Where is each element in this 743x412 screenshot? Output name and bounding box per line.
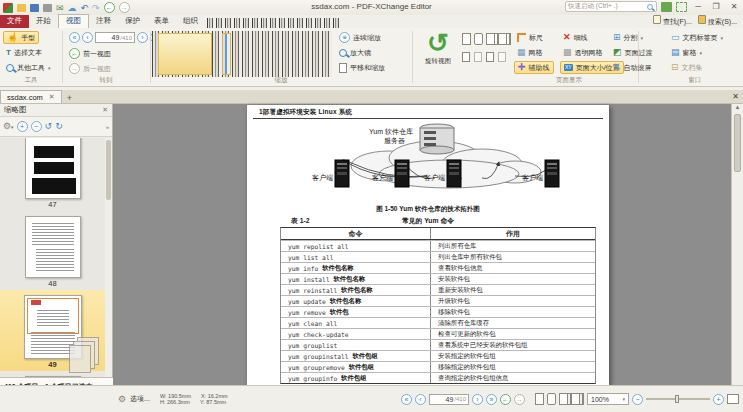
loupe-button[interactable]: 放大镜 xyxy=(336,46,374,59)
continuous-page-icon[interactable] xyxy=(474,33,483,45)
sb-first-page-icon[interactable]: « xyxy=(401,394,412,405)
fullscreen-icon[interactable] xyxy=(676,2,687,12)
page-number-input[interactable]: 49/410 xyxy=(95,32,135,43)
thumb-zoom-in-icon[interactable]: + xyxy=(17,121,28,132)
guides-toggle[interactable]: ✛ 辅助线 xyxy=(514,61,554,74)
cloud-icon[interactable]: ☁ xyxy=(68,3,77,13)
two-up-icon[interactable] xyxy=(486,33,495,45)
yum-command-table: 命令 作用 yum repolist all列出所有仓库yum list all… xyxy=(280,227,596,384)
tab-organize[interactable]: 组织 xyxy=(176,15,205,28)
status-options-button[interactable]: 选项... xyxy=(130,394,150,404)
layout-extra-3-icon[interactable] xyxy=(486,52,494,62)
zoom-slider[interactable] xyxy=(646,398,710,400)
sb-two-up-icon[interactable] xyxy=(559,393,568,405)
wireframe-toggle[interactable]: ✕ 细线 xyxy=(560,31,591,44)
zoom-out-icon[interactable]: − xyxy=(632,394,643,405)
sb-prev-page-icon[interactable]: ‹ xyxy=(415,394,426,405)
document-tab[interactable]: ssdax.com ✕ xyxy=(0,90,62,103)
transparent-grid-toggle[interactable]: ▩ 透明网格 xyxy=(560,46,606,59)
panel-options-icon[interactable]: ⚙▾ xyxy=(3,122,14,132)
print-icon[interactable] xyxy=(43,4,52,12)
layout-extra-2-icon[interactable] xyxy=(474,52,482,62)
search-button[interactable]: 搜索(S)... xyxy=(698,15,737,27)
zoom-in-icon[interactable]: + xyxy=(713,394,724,405)
tab-home[interactable]: 开始 xyxy=(29,15,58,28)
next-view-button[interactable]: → 后一视图 xyxy=(66,62,114,75)
new-tab-button[interactable]: + xyxy=(62,93,77,103)
tab-view[interactable]: 视图 xyxy=(58,14,89,28)
two-up-continuous-icon[interactable] xyxy=(498,33,507,45)
quick-launch-input[interactable]: 快速启动 (Ctrl+ .) xyxy=(565,1,657,12)
table-row: yum groupinstall 软件包组安装指定的软件包组 xyxy=(281,350,595,361)
thumbnail-list[interactable]: 47 48 49 xyxy=(0,138,105,377)
sb-next-page-icon[interactable]: › xyxy=(472,394,483,405)
layout-extra-4-icon[interactable] xyxy=(498,52,506,62)
split-button[interactable]: ⊞ 分割▾ xyxy=(610,31,646,44)
minimize-button[interactable]: ─ xyxy=(691,2,705,11)
rotate-ccw-icon[interactable]: ↺ xyxy=(45,122,53,131)
find-button[interactable]: 查找(F)... xyxy=(653,15,692,27)
page-transitions-button[interactable]: ◩ 页面过渡 xyxy=(610,46,656,59)
tab-comment[interactable]: 注释 xyxy=(89,15,118,28)
scrollbar-thumb[interactable] xyxy=(734,114,741,172)
document-scrollbar[interactable]: ▲ xyxy=(731,104,743,385)
ruler-toggle[interactable]: 标尺 xyxy=(514,31,546,44)
select-text-button[interactable]: T 选择文本 xyxy=(3,46,45,59)
thumb-zoom-out-icon[interactable]: − xyxy=(31,121,42,132)
panes-button[interactable]: ▤ 窗格▾ xyxy=(668,46,705,59)
save-icon[interactable] xyxy=(30,4,39,12)
ruler-icon xyxy=(517,33,526,42)
undo-icon[interactable]: ↶ xyxy=(81,3,89,13)
sb-continuous-icon[interactable] xyxy=(547,393,556,405)
app-icon[interactable] xyxy=(3,3,13,13)
thumbnail-item[interactable]: 47 xyxy=(0,138,105,211)
strip-close-icon[interactable]: ✕ xyxy=(732,92,739,101)
rotate-cw-icon[interactable]: ↻ xyxy=(55,122,63,131)
open-folder-icon[interactable] xyxy=(17,4,26,12)
close-button[interactable]: ✕ xyxy=(727,2,741,11)
panel-overflow-icon[interactable]: » xyxy=(106,124,109,130)
hand-tool-button[interactable]: ☝ 手型 xyxy=(3,31,39,44)
fit-page-icon[interactable] xyxy=(727,394,739,404)
grid-icon: ▦ xyxy=(517,48,526,57)
tab-protect[interactable]: 保护 xyxy=(118,15,147,28)
zoom-level-select[interactable]: 100%▾ xyxy=(587,393,629,405)
tab-form[interactable]: 表单 xyxy=(147,15,176,28)
sb-last-page-icon[interactable]: » xyxy=(486,394,497,405)
rotate-view-button[interactable]: ↺ 旋转视图 xyxy=(416,30,460,66)
sb-two-up-continuous-icon[interactable] xyxy=(571,393,580,405)
email-icon[interactable]: ✉ xyxy=(56,3,64,13)
first-page-icon[interactable]: « xyxy=(69,32,80,43)
scroll-up-icon[interactable]: ▲ xyxy=(732,104,743,110)
sb-next-view-icon[interactable]: → xyxy=(514,394,525,405)
document-tabs-button[interactable]: ▭ 文档标签页▾ xyxy=(668,31,726,44)
maximize-button[interactable]: ❐ xyxy=(709,2,723,11)
redo-icon[interactable]: ↷ xyxy=(92,3,100,13)
single-page-icon[interactable] xyxy=(462,33,471,45)
history-back-icon[interactable]: ← xyxy=(104,2,115,13)
plugin-icon[interactable] xyxy=(661,2,672,12)
pdf-page[interactable]: 1部署虚拟环境安装 Linux 系统 Yum 软件仓库 服务器 xyxy=(247,105,609,385)
continuous-zoom-button[interactable]: ⊕ 连续缩放 xyxy=(336,31,384,44)
panel-scrollbar[interactable] xyxy=(105,138,112,377)
previous-view-button[interactable]: ← 前一视图 xyxy=(66,47,114,60)
layout-extra-1-icon[interactable] xyxy=(462,52,470,62)
sb-prev-view-icon[interactable]: ← xyxy=(500,394,511,405)
tab-file[interactable]: 文件 xyxy=(0,15,29,28)
document-canvas[interactable]: 1部署虚拟环境安装 Linux 系统 Yum 软件仓库 服务器 xyxy=(113,104,731,385)
prev-page-icon[interactable]: ‹ xyxy=(82,32,93,43)
sb-page-number-input[interactable]: 49/410 xyxy=(429,394,469,405)
thumbnail-item[interactable]: 48 xyxy=(0,211,105,290)
next-page-icon[interactable]: › xyxy=(137,32,148,43)
doc-tab-close-icon[interactable]: ✕ xyxy=(49,93,55,101)
status-options-icon[interactable]: ⚙ xyxy=(118,395,126,404)
autoscroll-button[interactable]: ⇅ 自动滚屏 xyxy=(610,61,655,74)
sb-single-page-icon[interactable] xyxy=(535,393,544,405)
grid-toggle[interactable]: ▦ 网格 xyxy=(514,46,546,59)
history-forward-icon[interactable]: → xyxy=(119,2,130,13)
other-tools-button[interactable]: 其他工具▾ xyxy=(3,61,54,74)
document-set-button[interactable]: ⊟ 文档集 xyxy=(668,61,706,74)
tools-group-label: 工具 xyxy=(0,76,62,85)
pan-zoom-button[interactable]: 平移和缩放 xyxy=(336,61,388,74)
panel-close-icon[interactable]: ✕ xyxy=(102,106,108,114)
